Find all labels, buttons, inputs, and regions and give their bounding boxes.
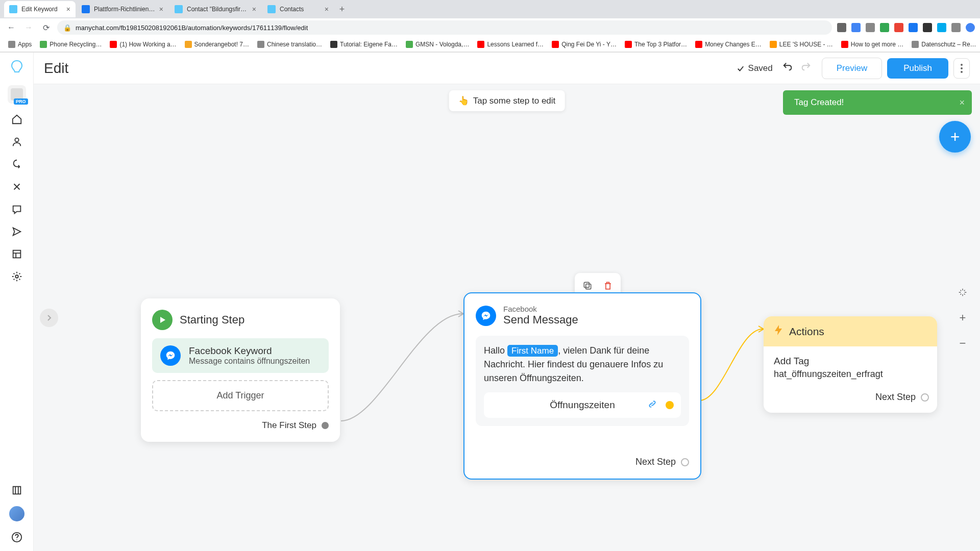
svg-point-5: [961, 64, 963, 66]
reload-button[interactable]: ⟳: [40, 21, 52, 34]
messenger-icon: [476, 306, 496, 326]
bookmark-item[interactable]: How to get more …: [838, 39, 906, 50]
next-step-label: The First Step: [262, 420, 316, 431]
redo-button[interactable]: [800, 61, 812, 75]
bookmark-item[interactable]: Sonderangebot! 7…: [182, 39, 252, 50]
chat-icon[interactable]: [10, 203, 23, 216]
extension-icon[interactable]: [837, 23, 846, 32]
send-message-node[interactable]: Facebook Send Message Hallo First Name, …: [463, 292, 701, 480]
home-icon[interactable]: [10, 113, 23, 126]
publish-button[interactable]: Publish: [887, 58, 948, 79]
bookmark-item[interactable]: The Top 3 Platfor…: [622, 39, 690, 50]
contacts-icon[interactable]: [10, 135, 23, 148]
extension-icon[interactable]: [866, 23, 875, 32]
tab-title: Contact "Bildungsfirma" throu…: [187, 6, 248, 13]
zoom-controls: + −: [954, 284, 971, 352]
hint-text: Tap some step to edit: [473, 96, 556, 106]
page-title: Edit: [44, 60, 68, 77]
browser-tab[interactable]: Plattform-Richtlinien – Übersi… ×: [77, 1, 168, 17]
magic-wand-icon[interactable]: [954, 284, 971, 300]
automation-icon[interactable]: [10, 180, 23, 193]
svg-rect-3: [13, 487, 20, 494]
library-icon[interactable]: [10, 484, 23, 497]
svg-rect-8: [586, 284, 591, 289]
node-platform: Facebook: [503, 305, 578, 313]
tab-title: Plattform-Richtlinien – Übersi…: [94, 6, 155, 13]
saved-status: Saved: [736, 63, 773, 73]
preview-button[interactable]: Preview: [822, 58, 882, 79]
actions-node[interactable]: Actions Add Tag hat_öffnungszeiten_erfra…: [764, 316, 937, 413]
bookmark-item[interactable]: Lessons Learned f…: [474, 39, 547, 50]
hint-pill: 👆 Tap some step to edit: [449, 90, 565, 111]
variable-chip: First Name: [507, 345, 558, 357]
bookmark-item[interactable]: LEE 'S HOUSE - …: [767, 39, 836, 50]
browser-tab[interactable]: Contacts ×: [262, 1, 334, 17]
add-trigger-button[interactable]: Add Trigger: [152, 380, 329, 411]
node-title: Actions: [789, 325, 824, 338]
extension-icon[interactable]: [880, 23, 889, 32]
tab-strip: Edit Keyword × Plattform-Richtlinien – Ü…: [0, 0, 980, 18]
close-icon[interactable]: ×: [159, 5, 163, 13]
new-tab-button[interactable]: +: [335, 2, 349, 16]
extension-icon[interactable]: [923, 23, 932, 32]
forward-button[interactable]: →: [22, 21, 35, 34]
connection-ring[interactable]: [921, 393, 929, 402]
bookmark-item[interactable]: Chinese translatio…: [254, 39, 325, 50]
tab-title: Contacts: [280, 6, 321, 13]
broadcast-icon[interactable]: [10, 225, 23, 238]
avatar-icon[interactable]: [966, 23, 975, 32]
growth-icon[interactable]: [10, 158, 23, 171]
add-step-fab[interactable]: +: [939, 121, 971, 153]
extension-icon[interactable]: [937, 23, 946, 32]
close-icon[interactable]: ×: [325, 5, 329, 13]
close-icon[interactable]: ×: [959, 97, 965, 108]
bookmark-item[interactable]: Money Changes E…: [692, 39, 765, 50]
browser-tab[interactable]: Contact "Bildungsfirma" throu… ×: [169, 1, 261, 17]
svg-rect-9: [584, 282, 589, 287]
play-icon: [152, 310, 173, 330]
message-content[interactable]: Hallo First Name, vielen Dank für deine …: [476, 336, 689, 426]
message-button[interactable]: Öffnungszeiten: [484, 392, 681, 418]
toast-message: Tag Created!: [794, 97, 844, 107]
more-menu-button[interactable]: [953, 58, 970, 79]
user-avatar[interactable]: [9, 506, 24, 521]
left-nav-rail: PRO: [0, 53, 34, 551]
settings-icon[interactable]: [10, 270, 23, 283]
close-icon[interactable]: ×: [66, 5, 70, 13]
templates-icon[interactable]: [10, 247, 23, 261]
connection-dot[interactable]: [322, 422, 329, 429]
svg-point-0: [15, 138, 18, 142]
extension-icon[interactable]: [909, 23, 918, 32]
success-toast: Tag Created! ×: [783, 90, 972, 115]
undo-button[interactable]: [782, 61, 793, 75]
action-body[interactable]: Add Tag hat_öffnungszeiten_erfragt: [764, 346, 937, 387]
expand-sidebar-button[interactable]: [40, 309, 58, 327]
keyword-trigger-block[interactable]: Facebook Keyword Message contains öffnun…: [152, 338, 329, 373]
bookmark-item[interactable]: (1) How Working a…: [107, 39, 179, 50]
help-icon[interactable]: [10, 531, 23, 544]
bookmark-item[interactable]: GMSN - Vologda,…: [403, 39, 472, 50]
bookmark-item[interactable]: Apps: [5, 39, 35, 50]
zoom-out-button[interactable]: −: [954, 335, 971, 352]
bookmark-item[interactable]: Tutorial: Eigene Fa…: [327, 39, 401, 50]
action-label: Add Tag: [774, 356, 927, 367]
connection-ring[interactable]: [681, 458, 689, 466]
address-bar[interactable]: 🔒 manychat.com/fb198150208192061B/automa…: [57, 20, 832, 35]
bookmark-item[interactable]: Phone Recycling…: [37, 39, 105, 50]
app-logo[interactable]: [8, 58, 26, 76]
bookmark-item[interactable]: Datenschutz – Re…: [909, 39, 979, 50]
node-title: Starting Step: [180, 313, 244, 327]
back-button[interactable]: ←: [5, 21, 17, 34]
zoom-in-button[interactable]: +: [954, 310, 971, 326]
workspace-switcher[interactable]: PRO: [8, 85, 26, 104]
close-icon[interactable]: ×: [252, 5, 256, 13]
extension-icon[interactable]: [951, 23, 961, 32]
flow-canvas[interactable]: 👆 Tap some step to edit Tag Created! × +…: [34, 84, 980, 551]
button-label: Öffnungszeiten: [550, 399, 615, 411]
bookmark-item[interactable]: Qing Fei De Yi - Y…: [549, 39, 620, 50]
browser-tab[interactable]: Edit Keyword ×: [4, 1, 76, 17]
extension-icon[interactable]: [851, 23, 861, 32]
extension-icon[interactable]: [894, 23, 903, 32]
starting-step-node[interactable]: Starting Step Facebook Keyword Message c…: [141, 298, 340, 442]
lightning-icon: [774, 324, 783, 338]
